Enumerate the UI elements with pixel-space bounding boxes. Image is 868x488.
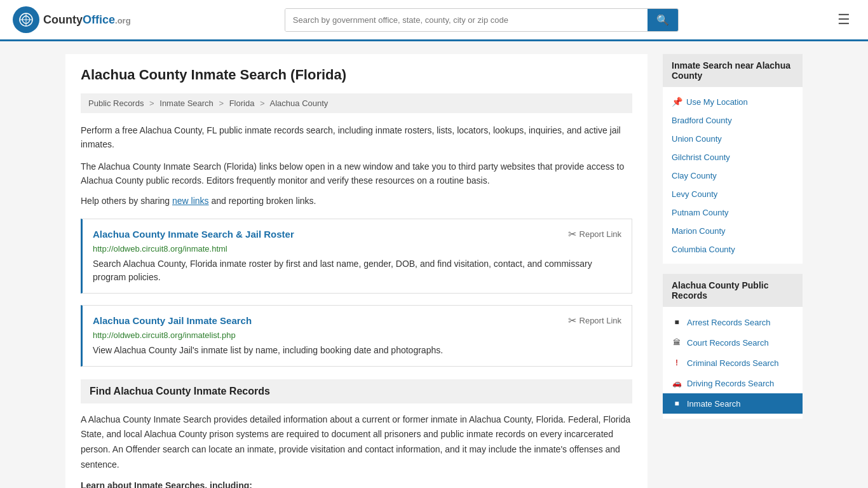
court-records-link[interactable]: 🏛 Court Records Search bbox=[663, 332, 803, 353]
nearby-section: Inmate Search near Alachua County 📌 Use … bbox=[663, 54, 803, 264]
driving-records-link[interactable]: 🚗 Driving Records Search bbox=[663, 373, 803, 393]
card-header-2: Alachua County Jail Inmate Search ✂ Repo… bbox=[93, 315, 621, 327]
report-link-1[interactable]: ✂ Report Link bbox=[568, 228, 621, 240]
breadcrumb: Public Records > Inmate Search > Florida… bbox=[81, 93, 632, 113]
breadcrumb-public-records[interactable]: Public Records bbox=[88, 98, 144, 108]
nearby-union[interactable]: Union County bbox=[663, 130, 803, 148]
breadcrumb-sep-1: > bbox=[149, 98, 154, 108]
resource-url-1[interactable]: http://oldweb.circuit8.org/inmate.html bbox=[93, 244, 621, 254]
use-my-location[interactable]: 📌 Use My Location bbox=[663, 92, 803, 111]
breadcrumb-alachua-county[interactable]: Alachua County bbox=[270, 98, 329, 108]
arrest-icon: ■ bbox=[672, 317, 682, 327]
resource-link-1[interactable]: Alachua County Inmate Search & Jail Rost… bbox=[93, 229, 294, 240]
search-box: 🔍 bbox=[285, 8, 679, 32]
find-section-header: Find Alachua County Inmate Records bbox=[81, 379, 632, 403]
arrest-records-link[interactable]: ■ Arrest Records Search bbox=[663, 312, 803, 332]
menu-button[interactable]: ☰ bbox=[832, 9, 855, 30]
inmate-icon: ■ bbox=[672, 398, 682, 409]
new-links-link[interactable]: new links bbox=[172, 196, 209, 206]
resource-link-2[interactable]: Alachua County Jail Inmate Search bbox=[93, 315, 252, 326]
resource-title-1: Alachua County Inmate Search & Jail Rost… bbox=[93, 228, 294, 240]
breadcrumb-sep-2: > bbox=[219, 98, 224, 108]
help-suffix: and reporting broken links. bbox=[209, 196, 316, 206]
nearby-columbia[interactable]: Columbia County bbox=[663, 240, 803, 259]
resource-card-2: Alachua County Jail Inmate Search ✂ Repo… bbox=[81, 305, 632, 367]
search-input[interactable] bbox=[285, 9, 648, 31]
inmate-search-label: Inmate Search bbox=[687, 399, 741, 409]
resource-desc-1: Search Alachua County, Florida inmate ro… bbox=[93, 257, 621, 284]
learn-heading: Learn about Inmate Searches, including: bbox=[81, 480, 632, 488]
pin-icon: 📌 bbox=[672, 97, 682, 107]
report-label-1: Report Link bbox=[580, 229, 621, 239]
site-header: CountyOffice.org 🔍 ☰ bbox=[0, 0, 868, 41]
nearby-levy[interactable]: Levy County bbox=[663, 185, 803, 203]
search-area: 🔍 bbox=[285, 8, 679, 32]
nearby-bradford[interactable]: Bradford County bbox=[663, 111, 803, 130]
criminal-icon: ! bbox=[672, 358, 682, 368]
report-link-2[interactable]: ✂ Report Link bbox=[568, 315, 621, 327]
nearby-clay[interactable]: Clay County bbox=[663, 166, 803, 185]
nearby-links: 📌 Use My Location Bradford County Union … bbox=[663, 87, 803, 264]
help-text: Help others by sharing new links and rep… bbox=[81, 196, 632, 206]
logo-icon bbox=[13, 6, 39, 33]
driving-icon: 🚗 bbox=[672, 378, 682, 388]
report-label-2: Report Link bbox=[580, 316, 621, 325]
main-content: Alachua County Inmate Search (Florida) P… bbox=[65, 54, 648, 488]
inmate-search-link[interactable]: ■ Inmate Search bbox=[663, 393, 803, 414]
breadcrumb-inmate-search[interactable]: Inmate Search bbox=[159, 98, 214, 108]
scissors-icon-1: ✂ bbox=[568, 228, 576, 240]
use-my-location-label: Use My Location bbox=[686, 97, 748, 107]
help-prefix: Help others by sharing bbox=[81, 196, 172, 206]
logo-wordmark: CountyOffice.org bbox=[43, 13, 131, 27]
breadcrumb-florida[interactable]: Florida bbox=[229, 98, 255, 108]
criminal-records-link[interactable]: ! Criminal Records Search bbox=[663, 353, 803, 373]
description-1: Perform a free Alachua County, FL public… bbox=[81, 123, 632, 152]
public-records-section: Alachua County Public Records ■ Arrest R… bbox=[663, 274, 803, 419]
page-title: Alachua County Inmate Search (Florida) bbox=[81, 67, 632, 83]
find-body-text: A Alachua County Inmate Search provides … bbox=[81, 412, 632, 473]
court-icon: 🏛 bbox=[672, 337, 682, 348]
search-button[interactable]: 🔍 bbox=[648, 9, 678, 31]
scissors-icon-2: ✂ bbox=[568, 315, 576, 327]
nearby-heading: Inmate Search near Alachua County bbox=[663, 54, 803, 87]
driving-records-label: Driving Records Search bbox=[687, 379, 774, 388]
court-records-label: Court Records Search bbox=[687, 338, 769, 348]
arrest-records-label: Arrest Records Search bbox=[687, 318, 771, 327]
resource-url-2[interactable]: http://oldweb.circuit8.org/inmatelist.ph… bbox=[93, 330, 621, 340]
resource-card-1: Alachua County Inmate Search & Jail Rost… bbox=[81, 219, 632, 294]
logo[interactable]: CountyOffice.org bbox=[13, 6, 131, 33]
card-header-1: Alachua County Inmate Search & Jail Rost… bbox=[93, 228, 621, 240]
main-container: Alachua County Inmate Search (Florida) P… bbox=[53, 41, 815, 488]
nearby-putnam[interactable]: Putnam County bbox=[663, 203, 803, 222]
criminal-records-label: Criminal Records Search bbox=[687, 358, 779, 368]
resource-title-2: Alachua County Jail Inmate Search bbox=[93, 315, 252, 327]
nearby-marion[interactable]: Marion County bbox=[663, 222, 803, 240]
nearby-gilchrist[interactable]: Gilchrist County bbox=[663, 148, 803, 166]
sidebar: Inmate Search near Alachua County 📌 Use … bbox=[663, 54, 803, 488]
public-records-heading: Alachua County Public Records bbox=[663, 274, 803, 307]
breadcrumb-sep-3: > bbox=[260, 98, 265, 108]
public-records-links: ■ Arrest Records Search 🏛 Court Records … bbox=[663, 307, 803, 419]
description-2: The Alachua County Inmate Search (Florid… bbox=[81, 159, 632, 188]
resource-desc-2: View Alachua County Jail's inmate list b… bbox=[93, 344, 621, 357]
